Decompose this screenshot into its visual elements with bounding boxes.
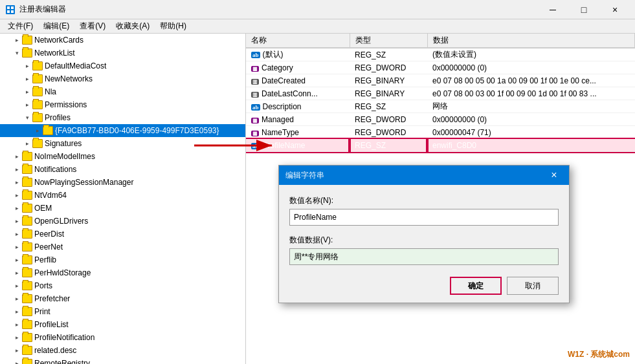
value-input[interactable] [289,248,559,265]
dialog-title-bar[interactable]: 编辑字符串 × [279,166,569,185]
tree-toggle-icon[interactable]: ▸ [12,294,22,304]
tree-item[interactable]: ▸NetworkCards [0,34,245,47]
app-icon [5,5,16,15]
tree-toggle-icon[interactable]: ▸ [22,74,32,84]
tree-item-label: {FA9CBB77-BBD0-406E-9959-499F7D3E0593} [55,126,219,135]
tree-item[interactable]: ▾NetworkList [0,47,245,59]
tree-item[interactable]: ▸ProfileNotification [0,331,245,344]
tree-toggle-icon[interactable]: ▸ [12,306,22,317]
tree-item[interactable]: ▾Profiles [0,111,245,124]
menu-item[interactable]: 收藏夹(A) [111,19,155,33]
tree-toggle-icon[interactable]: ▸ [12,242,22,252]
maximize-button[interactable]: □ [569,0,599,19]
table-row[interactable]: ▥DateCreatedREG_BINARYe0 07 08 00 05 00 … [246,74,635,87]
tree-item[interactable]: ▸Signatures [0,137,245,150]
folder-icon [22,48,32,58]
tree-item[interactable]: ▸Notifications [0,163,245,176]
tree-item[interactable]: ▸NoImeModelImes [0,150,245,163]
reg-name-cell: ▥DateCreated [246,74,350,87]
reg-type-icon: ▦ [251,118,259,123]
menu-item[interactable]: 帮助(H) [155,19,192,33]
tree-item[interactable]: ▸Permissions [0,98,245,111]
tree-item[interactable]: ▸Print [0,305,245,318]
tree-toggle-icon[interactable]: ▸ [12,151,22,162]
col-data[interactable]: 数据 [427,34,635,48]
tree-scroll[interactable]: ▸NetworkCards▾NetworkList▸DefaultMediaCo… [0,34,245,364]
table-row[interactable]: ▦CategoryREG_DWORD0x00000000 (0) [246,61,635,74]
tree-item-label: OpenGLDrivers [34,217,88,226]
folder-icon [22,152,32,161]
svg-rect-2 [11,6,14,9]
tree-item[interactable]: ▸PerHwldStorage [0,266,245,279]
minimize-button[interactable]: ─ [538,0,568,19]
tree-item[interactable]: ▸OpenGLDrivers [0,215,245,228]
menu-item[interactable]: 文件(F) [3,19,38,33]
tree-toggle-icon[interactable]: ▸ [12,229,22,239]
reg-type-cell: REG_DWORD [350,61,427,74]
reg-name-cell: ▦Managed [246,113,350,126]
tree-item[interactable]: ▸PeerNet [0,241,245,253]
tree-item[interactable]: ▸DefaultMediaCost [0,59,245,72]
tree-item-label: RemoteRegistry [34,359,90,364]
tree-toggle-icon[interactable]: ▸ [12,358,22,364]
tree-item[interactable]: ▸ProfileList [0,318,245,331]
table-row[interactable]: ab(默认)REG_SZ(数值未设置) [246,48,635,61]
reg-name-cell: ▥DateLastConn... [246,87,350,100]
folder-icon [22,307,32,316]
tree-toggle-icon[interactable]: ▾ [12,48,22,58]
tree-toggle-icon[interactable]: ▸ [12,35,22,45]
tree-item[interactable]: ▸Prefetcher [0,292,245,305]
tree-toggle-icon[interactable]: ▸ [32,125,43,136]
folder-icon [22,191,32,200]
tree-toggle-icon[interactable]: ▸ [22,87,32,97]
table-row[interactable]: ▦NameTypeREG_DWORD0x00000047 (71) [246,126,635,139]
tree-item[interactable]: ▸Ports [0,279,245,292]
table-row[interactable]: abProfileNameREG_SZenwifi_C8D0 [246,139,635,152]
tree-item[interactable]: ▸RemoteRegistry [0,357,245,364]
tree-toggle-icon[interactable]: ▸ [12,216,22,226]
name-input[interactable] [289,209,559,226]
tree-toggle-icon[interactable]: ▸ [12,332,22,343]
close-button[interactable]: × [600,0,630,19]
tree-toggle-icon[interactable]: ▸ [12,255,22,265]
tree-item[interactable]: ▸related.desc [0,344,245,357]
tree-toggle-icon[interactable]: ▸ [12,177,22,187]
folder-icon [32,74,43,83]
dialog-close-button[interactable]: × [546,167,563,184]
tree-toggle-icon[interactable]: ▸ [12,190,22,200]
tree-item[interactable]: ▸PeerDist [0,228,245,241]
tree-toggle-icon[interactable]: ▸ [22,61,32,71]
tree-item[interactable]: ▸{FA9CBB77-BBD0-406E-9959-499F7D3E0593} [0,124,245,137]
confirm-button[interactable]: 确定 [450,277,502,295]
tree-item[interactable]: ▸NowPlayingSessionManager [0,176,245,189]
tree-toggle-icon[interactable]: ▸ [12,268,22,278]
tree-toggle-icon[interactable]: ▸ [12,345,22,356]
tree-item[interactable]: ▸Perflib [0,253,245,266]
svg-rect-3 [7,10,10,13]
table-row[interactable]: abDescriptionREG_SZ网络 [246,100,635,113]
tree-toggle-icon[interactable]: ▸ [12,164,22,175]
tree-item-label: NoImeModelImes [34,152,95,161]
table-row[interactable]: ▦ManagedREG_DWORD0x00000000 (0) [246,113,635,126]
tree-toggle-icon[interactable]: ▾ [22,112,32,123]
tree-toggle-icon[interactable]: ▸ [22,138,32,149]
col-name[interactable]: 名称 [246,34,350,48]
tree-toggle-icon[interactable]: ▸ [12,319,22,330]
reg-name-cell: ▦Category [246,61,350,74]
cancel-button[interactable]: 取消 [507,277,559,295]
menu-item[interactable]: 编辑(E) [38,19,74,33]
tree-item[interactable]: ▸OEM [0,202,245,215]
tree-item[interactable]: ▸NewNetworks [0,72,245,85]
col-type[interactable]: 类型 [350,34,427,48]
tree-toggle-icon[interactable]: ▸ [12,281,22,291]
table-row[interactable]: ▥DateLastConn...REG_BINARYe0 07 08 00 03… [246,87,635,100]
menu-item[interactable]: 查看(V) [74,19,111,33]
tree-item[interactable]: ▸Nla [0,85,245,98]
tree-item-label: PerHwldStorage [34,268,91,277]
edit-string-dialog: 编辑字符串 × 数值名称(N): 数值数据(V): 确定 取消 [278,165,570,303]
reg-type-cell: REG_BINARY [350,87,427,100]
tree-toggle-icon[interactable]: ▸ [22,100,32,110]
folder-icon [22,204,32,213]
tree-item[interactable]: ▸NtVdm64 [0,189,245,202]
tree-toggle-icon[interactable]: ▸ [12,203,22,213]
